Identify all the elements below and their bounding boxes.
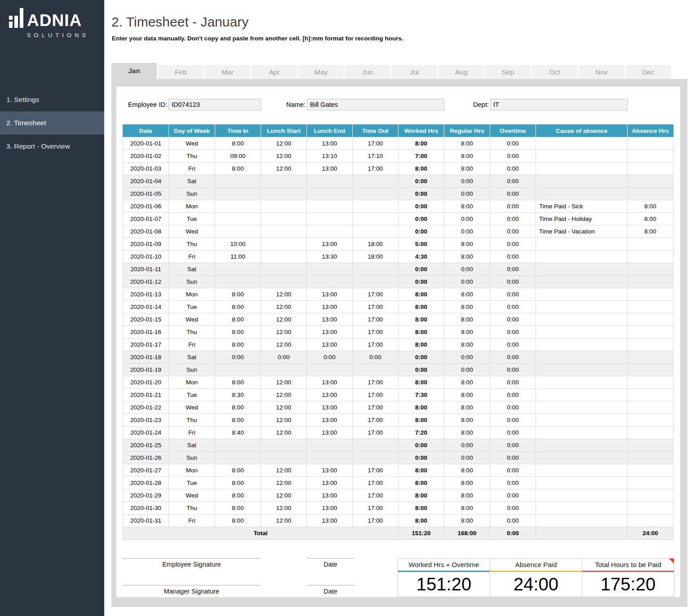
cell-lunch-end[interactable]: [307, 276, 353, 288]
cell-regular[interactable]: 8:00: [444, 515, 490, 527]
cell-absence[interactable]: [628, 288, 673, 301]
cell-regular[interactable]: 0:00: [444, 276, 490, 288]
cell-overtime[interactable]: 0:00: [490, 263, 536, 276]
cell-absence[interactable]: [628, 452, 673, 464]
cell-overtime[interactable]: 0:00: [490, 414, 536, 427]
cell-absence[interactable]: [628, 150, 673, 163]
cell-time-in[interactable]: 0:00: [215, 351, 261, 364]
cell-absence[interactable]: [628, 137, 673, 150]
cell-regular[interactable]: 0:00: [444, 225, 490, 238]
cell-cause[interactable]: [536, 515, 628, 527]
cell-cause[interactable]: [536, 376, 628, 389]
cell-time-out[interactable]: 17:00: [353, 376, 398, 389]
cell-time-out[interactable]: [353, 225, 398, 238]
cell-date[interactable]: 2020-01-12: [123, 276, 169, 288]
cell-lunch-start[interactable]: 12:00: [261, 477, 307, 489]
cell-lunch-start[interactable]: 12:00: [261, 389, 307, 401]
cell-cause[interactable]: [536, 502, 628, 515]
cell-absence[interactable]: [628, 175, 673, 188]
cell-time-in[interactable]: 09:00: [215, 150, 261, 163]
cell-worked[interactable]: 8:00: [398, 477, 444, 489]
cell-regular[interactable]: 8:00: [444, 313, 490, 326]
cell-time-out[interactable]: [353, 439, 398, 452]
cell-cause[interactable]: [536, 339, 628, 351]
cell-worked[interactable]: 8:00: [398, 489, 444, 502]
cell-overtime[interactable]: 0:00: [490, 251, 536, 263]
cell-day[interactable]: Mon: [169, 288, 215, 301]
tab-mar[interactable]: Mar: [205, 65, 250, 79]
tab-nov[interactable]: Nov: [579, 65, 624, 79]
cell-date[interactable]: 2020-01-14: [123, 301, 169, 313]
cell-absence[interactable]: [628, 427, 673, 439]
cell-day[interactable]: Mon: [169, 464, 215, 477]
cell-time-in[interactable]: 8:00: [215, 376, 261, 389]
cell-absence[interactable]: [628, 414, 673, 427]
cell-time-out[interactable]: 17:00: [353, 427, 398, 439]
cell-time-in[interactable]: [215, 175, 261, 188]
cell-time-out[interactable]: [353, 200, 398, 213]
cell-day[interactable]: Tue: [169, 389, 215, 401]
tab-dec[interactable]: Dec: [625, 65, 671, 79]
cell-worked[interactable]: 0:00: [398, 225, 444, 238]
cell-lunch-end[interactable]: [307, 200, 353, 213]
cell-overtime[interactable]: 0:00: [490, 313, 536, 326]
cell-time-out[interactable]: 17:00: [353, 489, 398, 502]
cell-day[interactable]: Sat: [169, 175, 215, 188]
cell-date[interactable]: 2020-01-05: [123, 188, 169, 200]
cell-regular[interactable]: 8:00: [444, 137, 490, 150]
cell-day[interactable]: Wed: [169, 225, 215, 238]
cell-lunch-end[interactable]: 13:00: [307, 137, 353, 150]
cell-lunch-end[interactable]: 13:00: [307, 477, 353, 489]
cell-lunch-end[interactable]: 13:00: [307, 288, 353, 301]
cell-worked[interactable]: 0:00: [398, 213, 444, 225]
cell-overtime[interactable]: 0:00: [490, 477, 536, 489]
cell-time-out[interactable]: 17:00: [353, 163, 398, 175]
cell-date[interactable]: 2020-01-28: [123, 477, 169, 489]
cell-date[interactable]: 2020-01-04: [123, 175, 169, 188]
cell-date[interactable]: 2020-01-24: [123, 427, 169, 439]
cell-time-out[interactable]: 17:00: [353, 477, 398, 489]
cell-absence[interactable]: [628, 339, 673, 351]
cell-regular[interactable]: 8:00: [444, 150, 490, 163]
tab-oct[interactable]: Oct: [532, 65, 577, 79]
cell-overtime[interactable]: 0:00: [490, 188, 536, 200]
cell-worked[interactable]: 8:00: [398, 313, 444, 326]
cell-lunch-start[interactable]: [261, 238, 307, 251]
tab-sep[interactable]: Sep: [485, 65, 531, 79]
cell-worked[interactable]: 0:00: [398, 439, 444, 452]
cell-cause[interactable]: [536, 477, 628, 489]
cell-day[interactable]: Sun: [169, 276, 215, 288]
cell-time-in[interactable]: 8:00: [215, 401, 261, 414]
cell-day[interactable]: Thu: [169, 150, 215, 163]
cell-cause[interactable]: [536, 389, 628, 401]
cell-cause[interactable]: [536, 251, 628, 263]
cell-regular[interactable]: 8:00: [444, 251, 490, 263]
cell-day[interactable]: Tue: [169, 477, 215, 489]
cell-time-out[interactable]: [353, 263, 398, 276]
cell-date[interactable]: 2020-01-21: [123, 389, 169, 401]
cell-worked[interactable]: 7:30: [398, 389, 444, 401]
cell-time-out[interactable]: [353, 188, 398, 200]
cell-date[interactable]: 2020-01-08: [123, 225, 169, 238]
cell-absence[interactable]: [628, 515, 673, 527]
tab-jan[interactable]: Jan: [111, 63, 157, 79]
cell-day[interactable]: Mon: [169, 376, 215, 389]
cell-regular[interactable]: 8:00: [444, 339, 490, 351]
cell-overtime[interactable]: 0:00: [490, 137, 536, 150]
cell-absence[interactable]: [628, 263, 673, 276]
cell-lunch-start[interactable]: 12:00: [261, 376, 307, 389]
cell-time-in[interactable]: 8:00: [215, 489, 261, 502]
cell-regular[interactable]: 8:00: [444, 389, 490, 401]
cell-overtime[interactable]: 0:00: [490, 238, 536, 251]
cell-lunch-start[interactable]: 12:00: [261, 301, 307, 313]
cell-time-out[interactable]: 17:10: [353, 150, 398, 163]
cell-lunch-start[interactable]: 12:00: [261, 163, 307, 175]
cell-overtime[interactable]: 0:00: [490, 452, 536, 464]
cell-lunch-start[interactable]: [261, 263, 307, 276]
cell-lunch-end[interactable]: 13:00: [307, 414, 353, 427]
cell-cause[interactable]: [536, 163, 628, 175]
cell-cause[interactable]: [536, 326, 628, 339]
cell-day[interactable]: Fri: [169, 339, 215, 351]
cell-absence[interactable]: [628, 439, 673, 452]
cell-time-out[interactable]: 18:00: [353, 251, 398, 263]
